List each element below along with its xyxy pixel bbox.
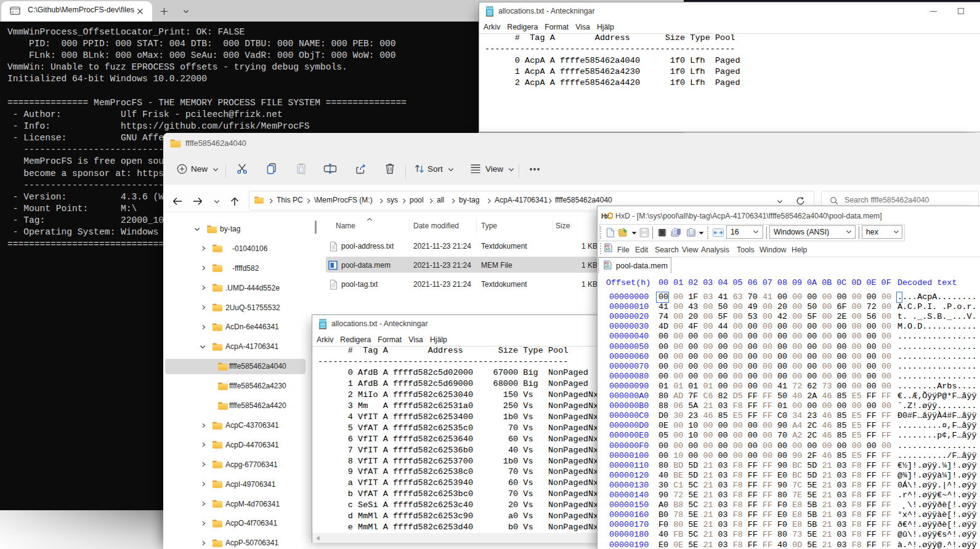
svg-text:AO: AO	[605, 265, 610, 268]
svg-text:AO: AO	[605, 247, 610, 251]
svg-text:C:\: C:\	[12, 10, 18, 15]
